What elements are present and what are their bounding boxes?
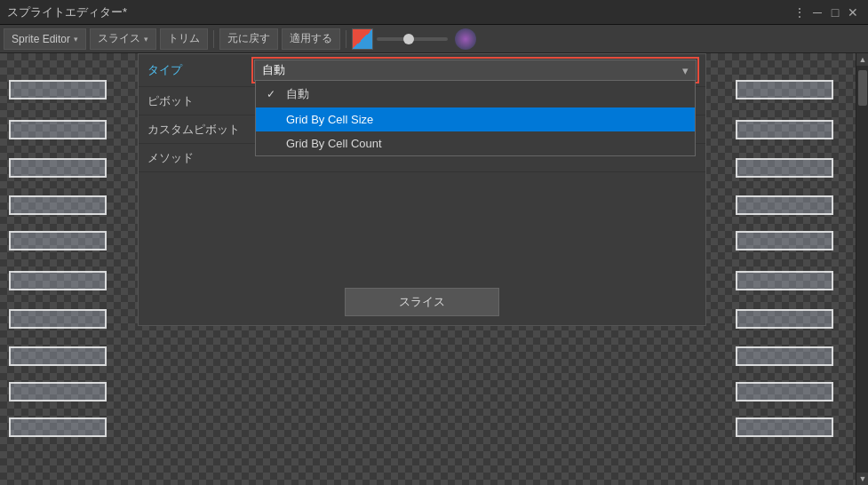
close-button[interactable]: ✕ bbox=[845, 4, 861, 20]
auto-label: 自動 bbox=[286, 86, 309, 102]
toolbar: Sprite Editor ▾ スライス ▾ トリム 元に戻す 適用する bbox=[0, 25, 868, 53]
scroll-up-button[interactable]: ▲ bbox=[856, 53, 868, 66]
apply-label: 適用する bbox=[290, 31, 332, 46]
sprite-rect bbox=[736, 80, 833, 99]
more-options-button[interactable]: ⋮ bbox=[792, 4, 808, 20]
sprite-rect bbox=[9, 417, 107, 437]
dropdown-item-auto[interactable]: ✓ 自動 bbox=[256, 81, 695, 107]
sprite-rect bbox=[736, 309, 833, 329]
slice-label: スライス bbox=[98, 31, 140, 46]
grid-size-label: Grid By Cell Size bbox=[286, 113, 373, 126]
window-title: スプライトエディター* bbox=[7, 4, 792, 20]
sprite-rect bbox=[736, 231, 833, 250]
sprite-rect bbox=[736, 271, 833, 290]
scrollbar-track bbox=[856, 66, 868, 473]
scrollbar-thumb bbox=[858, 70, 867, 106]
revert-label: 元に戻す bbox=[227, 31, 270, 46]
sprite-editor-dropdown[interactable]: Sprite Editor ▾ bbox=[4, 28, 86, 50]
toolbar-separator-1 bbox=[213, 30, 214, 48]
trim-button[interactable]: トリム bbox=[160, 28, 208, 50]
type-dropdown-menu: ✓ 自動 Grid By Cell Size Grid By Cell Coun… bbox=[255, 80, 696, 156]
sprite-rect bbox=[9, 231, 107, 250]
sprite-rect bbox=[736, 346, 833, 366]
type-dropdown[interactable]: 自動 ▾ ✓ 自動 Grid By Cell Size bbox=[254, 60, 697, 81]
zoom-slider-thumb bbox=[403, 34, 414, 44]
title-bar: スプライトエディター* ⋮ ─ □ ✕ bbox=[0, 0, 868, 25]
pivot-label: ピボット bbox=[147, 93, 254, 109]
slice-arrow: ▾ bbox=[144, 35, 148, 44]
type-dropdown-value: 自動 bbox=[262, 62, 285, 78]
sprite-rect bbox=[9, 346, 107, 366]
sprite-icon bbox=[455, 28, 476, 50]
apply-button[interactable]: 適用する bbox=[282, 28, 340, 50]
type-label: タイプ bbox=[147, 62, 254, 78]
panel-bottom: スライス bbox=[139, 279, 705, 325]
color-picker-button[interactable] bbox=[352, 28, 373, 50]
sprite-rect bbox=[9, 271, 107, 290]
sprite-rect bbox=[9, 120, 107, 139]
zoom-slider[interactable] bbox=[377, 37, 448, 41]
sprite-rect bbox=[736, 382, 833, 402]
window-controls: ⋮ ─ □ ✕ bbox=[792, 4, 861, 20]
type-dropdown-arrow: ▾ bbox=[682, 64, 689, 77]
panel-spacer bbox=[139, 172, 705, 279]
method-label: メソッド bbox=[147, 150, 254, 166]
auto-check: ✓ bbox=[267, 88, 279, 100]
sprite-rect bbox=[9, 195, 107, 215]
sprite-rect bbox=[736, 120, 833, 139]
custom-pivot-label: カスタムピボット bbox=[147, 122, 254, 138]
sprite-rect bbox=[736, 417, 833, 437]
scrollbar-right: ▲ ▼ bbox=[856, 53, 868, 485]
grid-count-label: Grid By Cell Count bbox=[286, 137, 382, 150]
scroll-down-button[interactable]: ▼ bbox=[856, 473, 868, 485]
slice-dropdown[interactable]: スライス ▾ bbox=[90, 28, 156, 50]
slice-panel: タイプ 自動 ▾ ✓ 自動 Grid By Cell Size bbox=[138, 53, 706, 326]
canvas-area[interactable]: タイプ 自動 ▾ ✓ 自動 Grid By Cell Size bbox=[0, 53, 856, 485]
zoom-slider-container bbox=[377, 37, 448, 41]
sprite-rect bbox=[9, 382, 107, 402]
sprite-rect bbox=[736, 158, 833, 178]
sprite-rect bbox=[736, 195, 833, 215]
maximize-button[interactable]: □ bbox=[827, 4, 843, 20]
sprite-rect bbox=[9, 158, 107, 178]
type-row: タイプ 自動 ▾ ✓ 自動 Grid By Cell Size bbox=[139, 54, 705, 87]
main-content: タイプ 自動 ▾ ✓ 自動 Grid By Cell Size bbox=[0, 53, 868, 485]
sprite-editor-arrow: ▾ bbox=[74, 35, 78, 44]
sprite-rect bbox=[9, 309, 107, 329]
sprite-editor-label: Sprite Editor bbox=[12, 33, 70, 45]
toolbar-separator-2 bbox=[346, 30, 346, 48]
revert-button[interactable]: 元に戻す bbox=[219, 28, 278, 50]
dropdown-item-grid-size[interactable]: Grid By Cell Size bbox=[256, 107, 695, 131]
trim-label: トリム bbox=[168, 31, 200, 46]
minimize-button[interactable]: ─ bbox=[809, 4, 825, 20]
dropdown-item-grid-count[interactable]: Grid By Cell Count bbox=[256, 131, 695, 155]
sprite-rect bbox=[9, 80, 107, 99]
slice-button[interactable]: スライス bbox=[345, 288, 499, 316]
